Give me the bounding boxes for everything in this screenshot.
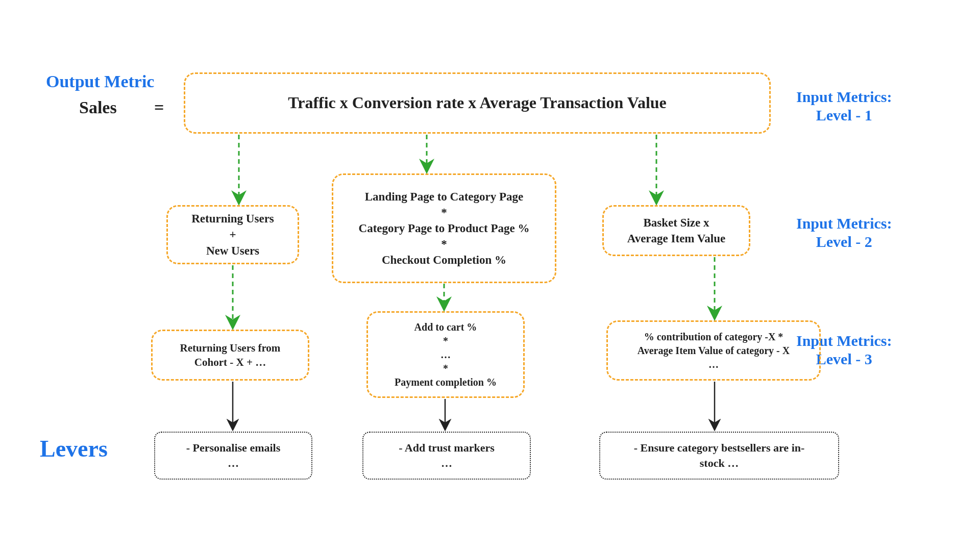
level3-conversion-text: Add to cart % * … * Payment completion %: [395, 320, 497, 389]
level1-formula-text: Traffic x Conversion rate x Average Tran…: [288, 92, 667, 114]
level2-conversion-text: Landing Page to Category Page * Category…: [359, 189, 530, 268]
level3-traffic-box: Returning Users from Cohort - X + …: [151, 330, 309, 381]
level2-traffic-box: Returning Users + New Users: [166, 205, 299, 264]
level2-atv-text: Basket Size x Average Item Value: [627, 215, 725, 246]
level2-right-label: Input Metrics: Level - 2: [796, 214, 892, 251]
diagram-canvas: Output Metric Sales = Traffic x Conversi…: [0, 0, 980, 551]
levers-title: Levers: [40, 435, 108, 463]
level1-right-label: Input Metrics: Level - 1: [796, 88, 892, 124]
output-metric-label: Output Metric: [46, 71, 154, 92]
level2-conversion-box: Landing Page to Category Page * Category…: [332, 173, 556, 283]
levers-traffic-box: - Personalise emails …: [154, 432, 312, 480]
level3-conversion-box: Add to cart % * … * Payment completion %: [366, 311, 525, 398]
level2-traffic-text: Returning Users + New Users: [191, 211, 274, 258]
sales-label: Sales: [79, 98, 117, 117]
levers-conversion-box: - Add trust markers …: [362, 432, 531, 480]
levers-atv-box: - Ensure category bestsellers are in- st…: [599, 432, 839, 480]
level3-atv-text: % contribution of category -X * Average …: [638, 330, 790, 371]
levers-atv-text: - Ensure category bestsellers are in- st…: [634, 440, 805, 470]
equals-sign: =: [154, 98, 164, 117]
level1-formula-box: Traffic x Conversion rate x Average Tran…: [184, 72, 771, 134]
levers-traffic-text: - Personalise emails …: [186, 440, 281, 470]
level2-atv-box: Basket Size x Average Item Value: [602, 205, 750, 256]
levers-conversion-text: - Add trust markers …: [399, 440, 495, 470]
level3-traffic-text: Returning Users from Cohort - X + …: [180, 341, 281, 370]
level3-atv-box: % contribution of category -X * Average …: [606, 320, 821, 381]
